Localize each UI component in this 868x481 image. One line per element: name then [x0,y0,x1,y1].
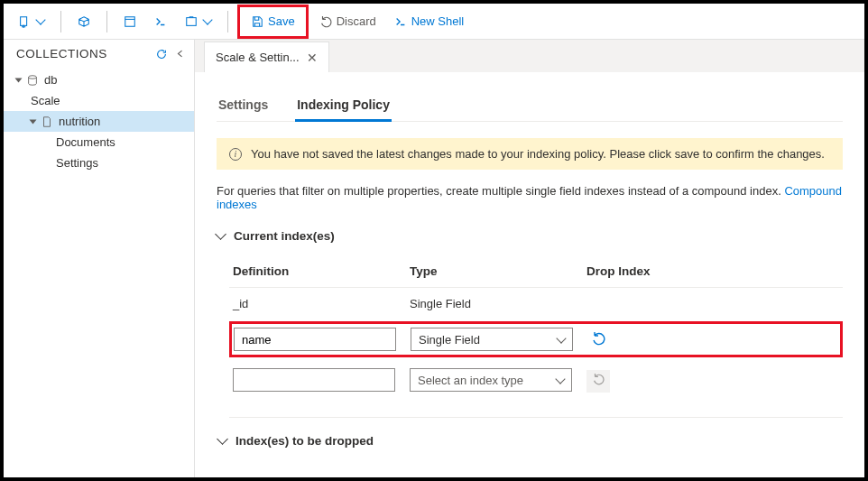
caret-icon [15,78,23,82]
section-label: Current index(es) [234,229,335,243]
cell-type: Single Field [411,328,587,351]
section-dropped-indexes[interactable]: Index(es) to be dropped [217,434,843,448]
info-icon: i [229,148,242,161]
new-shell-button[interactable]: New Shell [387,9,472,34]
main-panel: Scale & Settin... ✕ Settings Indexing Po… [195,40,864,477]
undo-button[interactable] [587,331,609,352]
tree-label: Documents [56,135,115,149]
chevron-down-icon [555,374,565,384]
tab-bar: Scale & Settin... ✕ [195,40,864,72]
svg-rect-3 [187,17,197,25]
undo-icon [591,331,605,346]
definition-input[interactable] [234,328,396,351]
type-select[interactable]: Single Field [411,328,573,351]
tree-item-documents[interactable]: Documents [4,132,194,153]
cube-icon [78,15,90,28]
prompt-icon [154,15,167,28]
cube-button[interactable] [70,9,97,34]
discard-button[interactable]: Discard [312,9,383,34]
highlight-save: Save [237,5,309,39]
save-button[interactable]: Save [244,9,302,34]
save-icon [251,15,263,28]
discard-label: Discard [337,14,376,28]
undo-icon [592,373,605,385]
cell-drop [587,331,696,348]
tab-label: Scale & Settin... [216,51,300,64]
description: For queries that filter on multiple prop… [217,184,843,211]
table-header: Definition Type Drop Index [229,255,843,288]
tree-label: nutrition [59,115,100,128]
undo-button-disabled [586,370,610,393]
cell-drop [586,373,695,388]
undo-icon [319,15,332,28]
warning-text: You have not saved the latest changes ma… [251,147,825,161]
sidebar: COLLECTIONS db Scale nutrit [4,40,195,477]
header-drop: Drop Index [586,264,695,278]
chevron-down-icon [215,228,226,240]
caret-icon [30,119,37,124]
new-collection-button[interactable] [11,9,51,34]
tree-item-nutrition[interactable]: nutrition [4,111,194,132]
close-icon[interactable]: ✕ [307,51,318,64]
shell-button[interactable] [147,9,174,34]
subtab-indexing[interactable]: Indexing Policy [295,90,392,122]
new-shell-label: New Shell [411,14,465,28]
chevron-down-icon [202,14,212,24]
tab-scale-settings[interactable]: Scale & Settin... ✕ [204,42,329,72]
sidebar-title: COLLECTIONS [16,47,107,60]
prompt-icon [394,15,407,28]
sidebar-header: COLLECTIONS [4,40,194,68]
document-icon [41,116,53,128]
cell-type: Single Field [410,297,586,310]
section-label: Index(es) to be dropped [235,434,374,448]
header-definition: Definition [233,264,410,278]
tree: db Scale nutrition Documents Settings [4,68,194,175]
type-select[interactable]: Select an index type [410,368,572,392]
subtab-settings[interactable]: Settings [217,90,270,122]
select-value: Single Field [419,333,480,347]
cell-definition [234,328,411,351]
table-row: _id Single Field [229,288,843,319]
tree-item-scale[interactable]: Scale [4,90,194,111]
collapse-icon[interactable] [175,49,185,59]
definition-input[interactable] [233,368,395,392]
save-label: Save [268,14,295,28]
tree-label: db [44,73,57,87]
separator [106,11,107,32]
tree-label: Settings [56,156,98,170]
separator [227,11,228,32]
panel-button[interactable] [116,9,143,34]
tree-item-db[interactable]: db [4,69,194,90]
refresh-icon[interactable] [155,48,168,60]
cell-definition: _id [233,297,410,310]
database-icon [26,74,39,87]
select-value: Select an index type [418,374,523,387]
svg-rect-1 [125,16,135,26]
separator [60,11,61,32]
description-text: For queries that filter on multiple prop… [217,184,784,198]
highlight-row: Single Field [229,321,843,357]
panel-icon [124,15,136,28]
chevron-down-icon [217,433,228,445]
top-toolbar: Save Discard New Shell [4,4,864,40]
header-type: Type [410,264,586,278]
index-table: Definition Type Drop Index _id Single Fi… [217,255,843,401]
svg-rect-0 [21,16,27,25]
warning-banner: i You have not saved the latest changes … [217,138,843,170]
open-icon [185,15,198,28]
cell-type: Select an index type [410,368,586,392]
chevron-down-icon [35,14,45,24]
table-row: Select an index type [229,359,843,401]
divider [229,417,843,418]
tree-label: Scale [31,94,60,107]
cell-definition [233,368,410,392]
tree-item-settings[interactable]: Settings [4,153,194,173]
svg-point-4 [29,75,37,79]
document-plus-icon [18,15,31,28]
content-area: Settings Indexing Policy i You have not … [195,72,864,477]
section-current-indexes[interactable]: Current index(es) [217,229,843,243]
subtabs: Settings Indexing Policy [217,90,843,122]
open-button[interactable] [178,9,218,34]
chevron-down-icon [556,333,566,343]
